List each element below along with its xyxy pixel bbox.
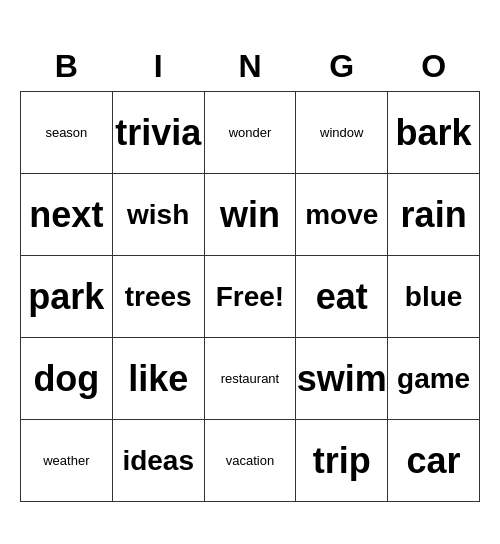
bingo-row: nextwishwinmoverain bbox=[21, 174, 480, 256]
bingo-cell[interactable]: eat bbox=[296, 256, 388, 338]
bingo-cell[interactable]: vacation bbox=[204, 420, 296, 502]
header-cell: I bbox=[112, 42, 204, 92]
bingo-cell[interactable]: blue bbox=[388, 256, 480, 338]
bingo-cell[interactable]: next bbox=[21, 174, 113, 256]
bingo-row: seasontriviawonderwindowbark bbox=[21, 92, 480, 174]
bingo-cell[interactable]: trip bbox=[296, 420, 388, 502]
bingo-cell[interactable]: win bbox=[204, 174, 296, 256]
bingo-cell[interactable]: season bbox=[21, 92, 113, 174]
bingo-cell[interactable]: dog bbox=[21, 338, 113, 420]
bingo-cell[interactable]: weather bbox=[21, 420, 113, 502]
bingo-cell[interactable]: like bbox=[112, 338, 204, 420]
bingo-cell[interactable]: ideas bbox=[112, 420, 204, 502]
bingo-cell[interactable]: bark bbox=[388, 92, 480, 174]
bingo-cell[interactable]: move bbox=[296, 174, 388, 256]
bingo-cell[interactable]: Free! bbox=[204, 256, 296, 338]
bingo-cell[interactable]: swim bbox=[296, 338, 388, 420]
bingo-cell[interactable]: wish bbox=[112, 174, 204, 256]
bingo-header: BINGO bbox=[21, 42, 480, 92]
bingo-cell[interactable]: trees bbox=[112, 256, 204, 338]
bingo-cell[interactable]: window bbox=[296, 92, 388, 174]
bingo-cell[interactable]: car bbox=[388, 420, 480, 502]
bingo-cell[interactable]: game bbox=[388, 338, 480, 420]
bingo-row: parktreesFree!eatblue bbox=[21, 256, 480, 338]
bingo-cell[interactable]: wonder bbox=[204, 92, 296, 174]
header-cell: B bbox=[21, 42, 113, 92]
header-cell: N bbox=[204, 42, 296, 92]
bingo-cell[interactable]: park bbox=[21, 256, 113, 338]
bingo-row: weatherideasvacationtripcar bbox=[21, 420, 480, 502]
bingo-cell[interactable]: rain bbox=[388, 174, 480, 256]
bingo-cell[interactable]: trivia bbox=[112, 92, 204, 174]
header-cell: O bbox=[388, 42, 480, 92]
bingo-body: seasontriviawonderwindowbarknextwishwinm… bbox=[21, 92, 480, 502]
bingo-card: BINGO seasontriviawonderwindowbarknextwi… bbox=[20, 42, 480, 503]
bingo-row: doglikerestaurantswimgame bbox=[21, 338, 480, 420]
header-cell: G bbox=[296, 42, 388, 92]
bingo-cell[interactable]: restaurant bbox=[204, 338, 296, 420]
